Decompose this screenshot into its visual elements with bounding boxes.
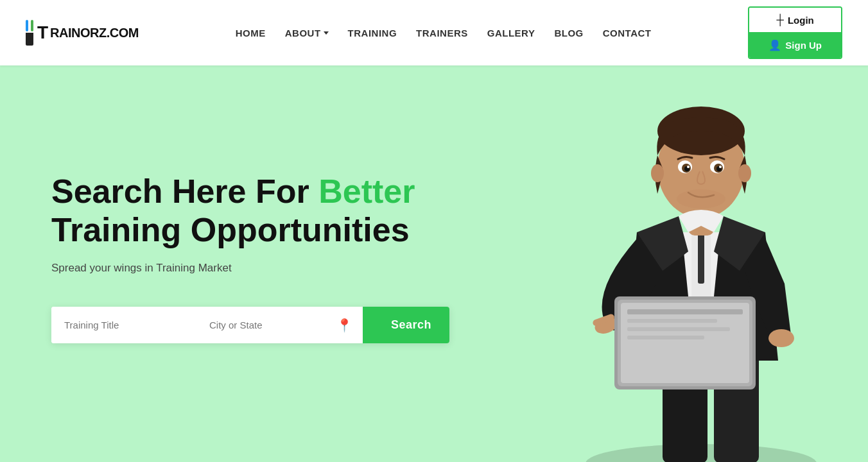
hero-content: Search Here For Better Training Opportun… — [51, 173, 449, 344]
search-bar: 📍 Search — [51, 307, 449, 343]
search-location-input[interactable] — [209, 308, 331, 342]
svg-rect-10 — [621, 303, 749, 383]
fork-tine-left — [26, 20, 28, 31]
hero-title-part2: Training Opportunities — [51, 211, 410, 248]
header-actions: ┼ Login 👤 Sign Up — [748, 6, 842, 59]
nav-about[interactable]: ABOUT — [285, 28, 329, 38]
nav-contact[interactable]: CONTACT — [603, 28, 652, 38]
hero-image — [534, 91, 868, 462]
svg-point-26 — [687, 166, 690, 168]
search-button[interactable]: Search — [363, 307, 449, 343]
nav-trainers[interactable]: TRAINERS — [416, 28, 468, 38]
hero-section: Search Here For Better Training Opportun… — [0, 65, 868, 462]
svg-rect-13 — [627, 327, 730, 331]
hero-title: Search Here For Better Training Opportun… — [51, 173, 449, 250]
svg-rect-12 — [627, 319, 717, 323]
svg-point-18 — [651, 164, 664, 182]
logo[interactable]: T RAINORZ.COM — [26, 20, 139, 46]
fork-base — [26, 33, 33, 46]
user-icon: 👤 — [768, 39, 781, 51]
fork-tine-right — [31, 20, 33, 31]
logo-t-letter: T — [37, 22, 48, 43]
nav-gallery[interactable]: GALLERY — [487, 28, 535, 38]
svg-point-27 — [719, 166, 722, 168]
hero-title-highlight: Better — [318, 173, 415, 210]
search-title-input[interactable] — [51, 307, 199, 343]
svg-point-7 — [768, 329, 794, 347]
search-location-wrapper: 📍 — [199, 307, 363, 343]
logo-fork-tines — [26, 20, 33, 31]
plus-icon: ┼ — [777, 14, 784, 26]
chevron-down-icon — [324, 31, 329, 35]
nav-home[interactable]: HOME — [236, 28, 266, 38]
nav-training[interactable]: TRAINING — [348, 28, 397, 38]
logo-text: RAINORZ.COM — [50, 26, 139, 40]
svg-rect-11 — [627, 309, 743, 314]
logo-icon — [26, 20, 33, 46]
hero-title-part1: Search Here For — [51, 173, 318, 210]
person-illustration — [534, 91, 868, 462]
header: T RAINORZ.COM HOME ABOUT TRAINING TRAINE… — [0, 0, 868, 65]
login-button[interactable]: ┼ Login — [749, 8, 841, 33]
svg-rect-14 — [627, 336, 704, 339]
nav-blog[interactable]: BLOG — [554, 28, 583, 38]
hero-subtitle: Spread your wings in Training Market — [51, 262, 449, 275]
svg-point-19 — [738, 164, 751, 182]
location-pin-icon: 📍 — [336, 318, 352, 333]
signup-button[interactable]: 👤 Sign Up — [749, 33, 841, 58]
main-nav: HOME ABOUT TRAINING TRAINERS GALLERY BLO… — [236, 28, 652, 38]
svg-point-28 — [677, 189, 725, 209]
